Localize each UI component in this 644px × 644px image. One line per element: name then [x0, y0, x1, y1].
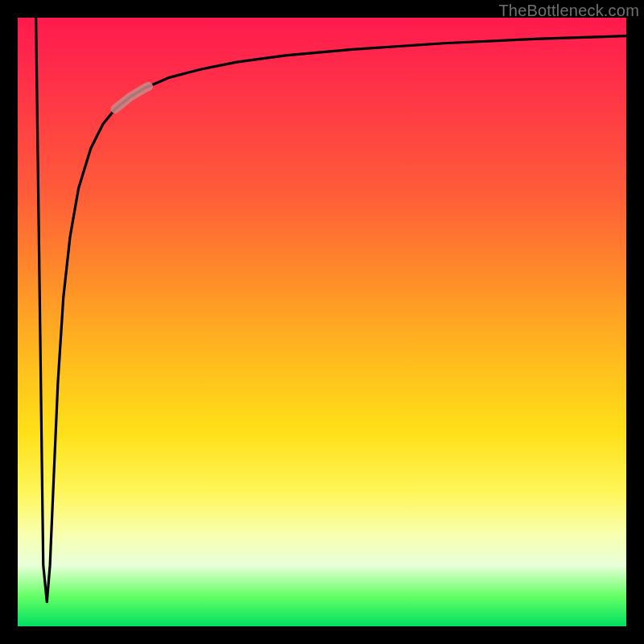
chart-frame: TheBottleneck.com [0, 0, 644, 644]
plot-area [18, 18, 626, 626]
watermark-text: TheBottleneck.com [498, 2, 639, 20]
